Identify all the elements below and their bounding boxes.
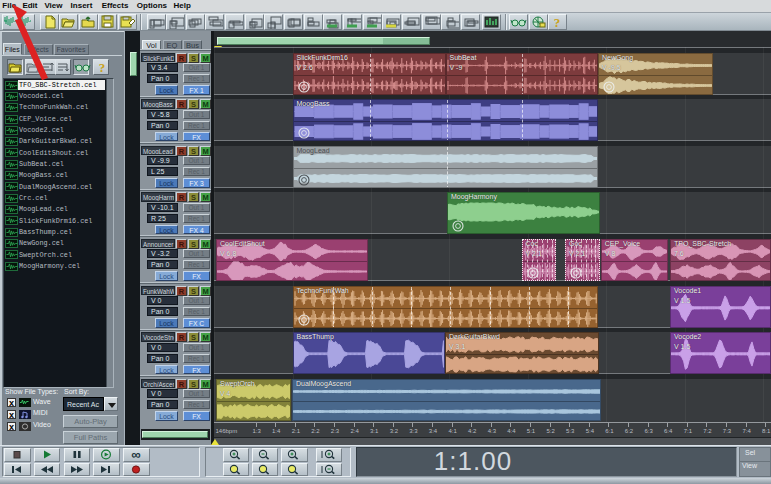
svg-text:?: ? — [554, 15, 561, 29]
svg-text:?: ? — [99, 60, 106, 74]
svg-text:∞: ∞ — [132, 449, 141, 460]
